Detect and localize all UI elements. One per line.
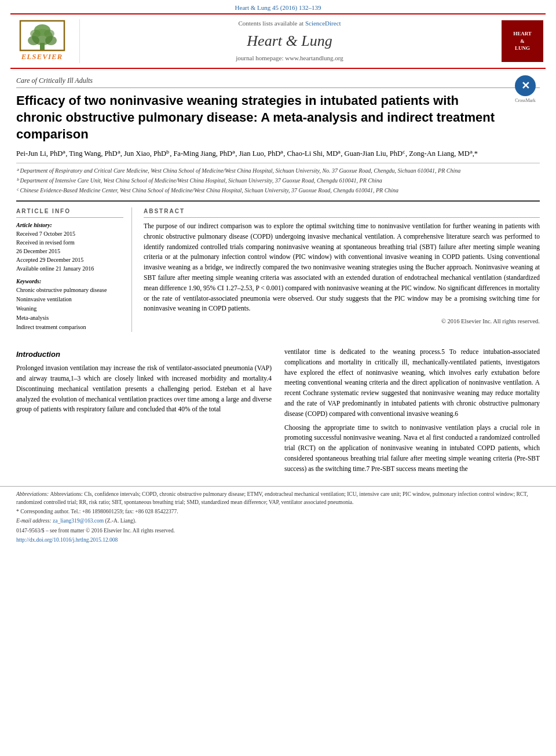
science-direct-line: Contents lists available at ScienceDirec… bbox=[86, 19, 493, 28]
science-direct-link[interactable]: ScienceDirect bbox=[305, 20, 341, 27]
history-revised-label: Received in revised form bbox=[16, 238, 123, 247]
history-received: Received 7 October 2015 bbox=[16, 229, 123, 238]
abbreviations-line: Abbreviations: Abbreviations: CIs, confi… bbox=[16, 490, 540, 507]
intro-para-1: Prolonged invasion ventilation may incre… bbox=[16, 363, 272, 415]
keywords-label: Keywords: bbox=[16, 277, 123, 286]
science-direct-prefix: Contents lists available at bbox=[238, 20, 303, 27]
article-info-heading: ARTICLE INFO bbox=[16, 207, 123, 218]
body-col-left: Introduction Prolonged invasion ventilat… bbox=[16, 347, 272, 478]
journal-citation-bar: Heart & Lung 45 (2016) 132–139 bbox=[0, 0, 556, 13]
body-content: Introduction Prolonged invasion ventilat… bbox=[0, 339, 556, 486]
journal-title: Heart & Lung bbox=[86, 31, 493, 52]
corresponding-text: * Corresponding author. Tel.: +86 189806… bbox=[16, 509, 178, 514]
abstract-column: ABSTRACT The purpose of our indirect com… bbox=[144, 207, 540, 332]
corresponding-line: * Corresponding author. Tel.: +86 189806… bbox=[16, 507, 540, 516]
keywords-section: Keywords: Chronic obstructive pulmonary … bbox=[16, 277, 123, 332]
heart-lung-logo: HEART&LUNG bbox=[493, 19, 546, 63]
abbreviations-text: Abbreviations: CIs, confidence intervals… bbox=[16, 491, 528, 505]
svg-point-6 bbox=[44, 30, 54, 38]
affiliation-a: ᵃ Department of Respiratory and Critical… bbox=[16, 166, 540, 175]
history-online: Available online 21 January 2016 bbox=[16, 264, 123, 273]
abstract-text: The purpose of our indirect comparison w… bbox=[144, 221, 540, 314]
section-category: Care of Critically Ill Adults bbox=[16, 76, 540, 89]
history-accepted: Accepted 29 December 2015 bbox=[16, 255, 123, 264]
affiliation-b: ᵇ Department of Intensive Care Unit, Wes… bbox=[16, 176, 540, 185]
authors-text: Pei-Jun Li, PhDᵃ, Ting Wang, PhDᵃ, Jun X… bbox=[16, 149, 478, 158]
intro-para-3: Choosing the appropriate time to switch … bbox=[284, 423, 540, 474]
intro-para-2: ventilator time is dedicated to the wean… bbox=[284, 347, 540, 419]
body-col-right: ventilator time is dedicated to the wean… bbox=[284, 347, 540, 478]
email-suffix: (Z.-A. Liang). bbox=[105, 518, 137, 524]
email-address[interactable]: za_liang319@163.com bbox=[53, 518, 104, 524]
abstract-copyright: © 2016 Elsevier Inc. All rights reserved… bbox=[144, 317, 540, 326]
journal-header-center: Contents lists available at ScienceDirec… bbox=[86, 19, 493, 63]
issn-line: 0147-9563/$ – see front matter © 2016 El… bbox=[16, 527, 540, 535]
keyword-3: Weaning bbox=[16, 304, 123, 313]
article-history: Article history: Received 7 October 2015… bbox=[16, 221, 123, 273]
elsevier-logo: ELSEVIER bbox=[10, 19, 80, 63]
introduction-heading: Introduction bbox=[16, 349, 272, 360]
crossmark-icon: ✕ bbox=[515, 75, 536, 96]
email-label: E-mail address: bbox=[16, 518, 52, 524]
history-revised-date: 26 December 2015 bbox=[16, 247, 123, 255]
body-two-col: Introduction Prolonged invasion ventilat… bbox=[16, 347, 540, 478]
keyword-2: Noninvasive ventilation bbox=[16, 295, 123, 304]
keyword-4: Meta-analysis bbox=[16, 313, 123, 323]
page-wrapper: Heart & Lung 45 (2016) 132–139 ELSEVIER bbox=[0, 0, 556, 549]
affiliation-c: ᶜ Chinese Evidence-Based Medicine Center… bbox=[16, 186, 540, 195]
keywords-list: Chronic obstructive pulmonary disease No… bbox=[16, 286, 123, 332]
keyword-1: Chronic obstructive pulmonary disease bbox=[16, 286, 123, 295]
authors-line: Pei-Jun Li, PhDᵃ, Ting Wang, PhDᵃ, Jun X… bbox=[16, 148, 540, 159]
history-label: Article history: bbox=[16, 221, 123, 229]
crossmark-area: ✕ CrossMark bbox=[511, 75, 540, 104]
footnotes-area: Abbreviations: Abbreviations: CIs, confi… bbox=[0, 486, 556, 549]
article-title: Efficacy of two noninvasive weaning stra… bbox=[16, 93, 540, 143]
hl-logo-box: HEART&LUNG bbox=[502, 20, 543, 62]
hl-logo-text: HEART&LUNG bbox=[513, 30, 532, 52]
email-line: E-mail address: za_liang319@163.com (Z.-… bbox=[16, 517, 540, 525]
svg-point-5 bbox=[30, 30, 41, 38]
homepage-label: journal homepage: bbox=[236, 54, 283, 61]
abbreviations-label: Abbreviations: bbox=[16, 491, 50, 497]
affiliations: ᵃ Department of Respiratory and Critical… bbox=[16, 163, 540, 195]
article-info-column: ARTICLE INFO Article history: Received 7… bbox=[16, 207, 132, 332]
doi-line: http://dx.doi.org/10.1016/j.hrtlng.2015.… bbox=[16, 536, 540, 544]
abstract-heading: ABSTRACT bbox=[144, 207, 540, 218]
crossmark-badge: ✕ CrossMark bbox=[511, 75, 540, 104]
homepage-url: www.heartandlung.org bbox=[285, 54, 343, 61]
elsevier-tree-icon bbox=[19, 20, 65, 52]
journal-citation: Heart & Lung 45 (2016) 132–139 bbox=[235, 4, 321, 11]
doi-link[interactable]: http://dx.doi.org/10.1016/j.hrtlng.2015.… bbox=[16, 537, 118, 543]
crossmark-label: CrossMark bbox=[511, 97, 540, 104]
article-content: Care of Critically Ill Adults ✕ CrossMar… bbox=[0, 69, 556, 339]
two-col-info-abstract: ARTICLE INFO Article history: Received 7… bbox=[16, 200, 540, 332]
elsevier-brand: ELSEVIER bbox=[21, 52, 63, 62]
journal-header: ELSEVIER Contents lists available at Sci… bbox=[10, 13, 546, 68]
journal-homepage: journal homepage: www.heartandlung.org bbox=[86, 54, 493, 63]
keyword-5: Indirect treatment comparison bbox=[16, 323, 123, 332]
